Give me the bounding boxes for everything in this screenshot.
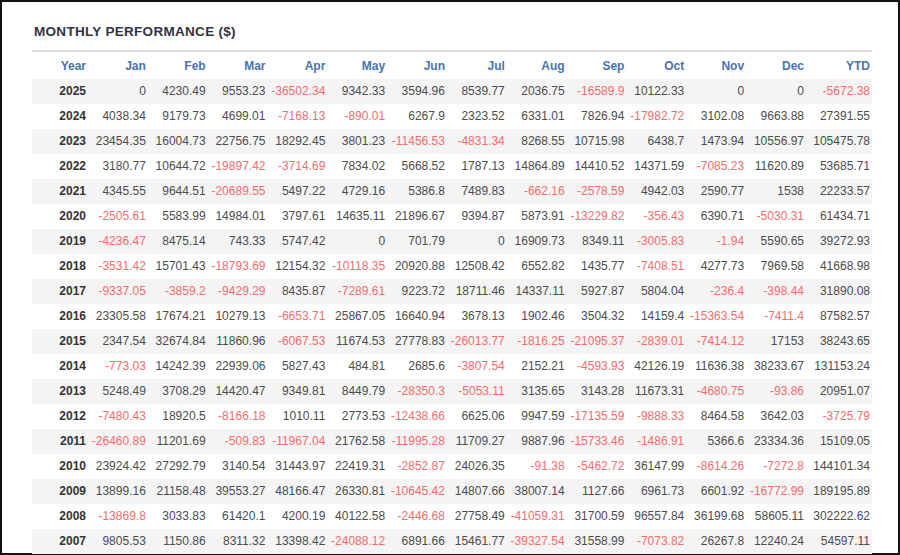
value-cell-apr: 5827.43 bbox=[267, 354, 327, 379]
value-cell-jan: 23454.35 bbox=[88, 129, 148, 154]
year-cell: 2018 bbox=[32, 254, 88, 279]
column-header-sep: Sep bbox=[567, 52, 627, 79]
table-row-2023: 202323454.3516004.7322756.7518292.453801… bbox=[32, 129, 872, 154]
value-cell-oct: 96557.84 bbox=[626, 504, 686, 529]
value-cell-mar: 39553.27 bbox=[208, 479, 268, 504]
monthly-performance-table: YearJanFebMarAprMayJunJulAugSepOctNovDec… bbox=[32, 52, 872, 554]
year-cell: 2021 bbox=[32, 179, 88, 204]
value-cell-aug: 16909.73 bbox=[507, 229, 567, 254]
table-row-2009: 200913899.1621158.4839553.2748166.472633… bbox=[32, 479, 872, 504]
value-cell-jul: 0 bbox=[447, 229, 507, 254]
value-cell-feb: 8475.14 bbox=[148, 229, 208, 254]
value-cell-mar: 10279.13 bbox=[208, 304, 268, 329]
value-cell-nov: -4680.75 bbox=[686, 379, 746, 404]
value-cell-apr: 18292.45 bbox=[267, 129, 327, 154]
value-cell-mar: 9553.23 bbox=[208, 79, 268, 104]
value-cell-mar: 11860.96 bbox=[208, 329, 268, 354]
value-cell-feb: 4230.49 bbox=[148, 79, 208, 104]
value-cell-jan: -7480.43 bbox=[88, 404, 148, 429]
value-cell-ytd: 27391.55 bbox=[806, 104, 872, 129]
value-cell-apr: -6653.71 bbox=[267, 304, 327, 329]
year-cell: 2015 bbox=[32, 329, 88, 354]
column-header-feb: Feb bbox=[148, 52, 208, 79]
value-cell-apr: -11967.04 bbox=[267, 429, 327, 454]
value-cell-jan: -3531.42 bbox=[88, 254, 148, 279]
value-cell-dec: 10556.97 bbox=[746, 129, 806, 154]
value-cell-may: 9342.33 bbox=[327, 79, 387, 104]
table-row-2011: 2011-26460.8911201.69-509.83-11967.04217… bbox=[32, 429, 872, 454]
page-title: MONTHLY PERFORMANCE ($) bbox=[34, 24, 872, 39]
value-cell-nov: 6601.92 bbox=[686, 479, 746, 504]
year-cell: 2023 bbox=[32, 129, 88, 154]
value-cell-sep: 3143.28 bbox=[567, 379, 627, 404]
value-cell-feb: 21158.48 bbox=[148, 479, 208, 504]
value-cell-may: -10118.35 bbox=[327, 254, 387, 279]
value-cell-mar: 4699.01 bbox=[208, 104, 268, 129]
value-cell-mar: -8166.18 bbox=[208, 404, 268, 429]
column-header-mar: Mar bbox=[208, 52, 268, 79]
table-row-2012: 2012-7480.4318920.5-8166.181010.112773.5… bbox=[32, 404, 872, 429]
value-cell-aug: 38007.14 bbox=[507, 479, 567, 504]
value-cell-jun: 2685.6 bbox=[387, 354, 447, 379]
value-cell-sep: 8349.11 bbox=[567, 229, 627, 254]
value-cell-nov: 2590.77 bbox=[686, 179, 746, 204]
value-cell-sep: 1435.77 bbox=[567, 254, 627, 279]
table-row-2017: 2017-9337.05-3859.2-9429.298435.87-7289.… bbox=[32, 279, 872, 304]
value-cell-feb: 9179.73 bbox=[148, 104, 208, 129]
value-cell-jan: 0 bbox=[88, 79, 148, 104]
value-cell-dec: 58605.11 bbox=[746, 504, 806, 529]
table-row-2019: 2019-4236.478475.14743.335747.420701.790… bbox=[32, 229, 872, 254]
value-cell-aug: -91.38 bbox=[507, 454, 567, 479]
value-cell-apr: 12154.32 bbox=[267, 254, 327, 279]
value-cell-oct: 6438.7 bbox=[626, 129, 686, 154]
table-row-2013: 20135248.493708.2914420.479349.818449.79… bbox=[32, 379, 872, 404]
value-cell-ytd: 41668.98 bbox=[806, 254, 872, 279]
value-cell-sep: 1127.66 bbox=[567, 479, 627, 504]
table-row-2007: 20079805.531150.868311.3213398.42-24088.… bbox=[32, 529, 872, 554]
value-cell-jun: 20920.88 bbox=[387, 254, 447, 279]
value-cell-ytd: 22233.57 bbox=[806, 179, 872, 204]
value-cell-jul: -3807.54 bbox=[447, 354, 507, 379]
value-cell-jul: -4831.34 bbox=[447, 129, 507, 154]
value-cell-may: 3801.23 bbox=[327, 129, 387, 154]
column-header-apr: Apr bbox=[267, 52, 327, 79]
column-header-ytd: YTD bbox=[806, 52, 872, 79]
value-cell-apr: 8435.87 bbox=[267, 279, 327, 304]
value-cell-nov: -15363.54 bbox=[686, 304, 746, 329]
value-cell-may: 7834.02 bbox=[327, 154, 387, 179]
value-cell-ytd: 302222.62 bbox=[806, 504, 872, 529]
table-row-2024: 20244038.349179.734699.01-7168.13-890.01… bbox=[32, 104, 872, 129]
value-cell-may: -24088.12 bbox=[327, 529, 387, 554]
value-cell-jan: -26460.89 bbox=[88, 429, 148, 454]
value-cell-mar: 22756.75 bbox=[208, 129, 268, 154]
value-cell-sep: 3504.32 bbox=[567, 304, 627, 329]
value-cell-jun: 701.79 bbox=[387, 229, 447, 254]
value-cell-jan: 3180.77 bbox=[88, 154, 148, 179]
value-cell-dec: -5030.31 bbox=[746, 204, 806, 229]
column-header-nov: Nov bbox=[686, 52, 746, 79]
value-cell-jan: -9337.05 bbox=[88, 279, 148, 304]
value-cell-oct: 11673.31 bbox=[626, 379, 686, 404]
value-cell-aug: 9947.59 bbox=[507, 404, 567, 429]
value-cell-ytd: 31890.08 bbox=[806, 279, 872, 304]
value-cell-jun: 21896.67 bbox=[387, 204, 447, 229]
value-cell-oct: 5804.04 bbox=[626, 279, 686, 304]
value-cell-feb: 3708.29 bbox=[148, 379, 208, 404]
value-cell-jul: 14807.66 bbox=[447, 479, 507, 504]
table-row-2025: 202504230.499553.23-36502.349342.333594.… bbox=[32, 79, 872, 104]
value-cell-may: 0 bbox=[327, 229, 387, 254]
value-cell-dec: 38233.67 bbox=[746, 354, 806, 379]
value-cell-feb: 15701.43 bbox=[148, 254, 208, 279]
table-row-2016: 201623305.5817674.2110279.13-6653.712586… bbox=[32, 304, 872, 329]
value-cell-oct: 42126.19 bbox=[626, 354, 686, 379]
value-cell-sep: -17135.59 bbox=[567, 404, 627, 429]
value-cell-may: -7289.61 bbox=[327, 279, 387, 304]
value-cell-feb: 14242.39 bbox=[148, 354, 208, 379]
value-cell-aug: 5873.91 bbox=[507, 204, 567, 229]
value-cell-feb: 9644.51 bbox=[148, 179, 208, 204]
value-cell-apr: 48166.47 bbox=[267, 479, 327, 504]
value-cell-dec: 11620.89 bbox=[746, 154, 806, 179]
value-cell-jan: 23924.42 bbox=[88, 454, 148, 479]
value-cell-dec: -7411.4 bbox=[746, 304, 806, 329]
value-cell-ytd: 105475.78 bbox=[806, 129, 872, 154]
